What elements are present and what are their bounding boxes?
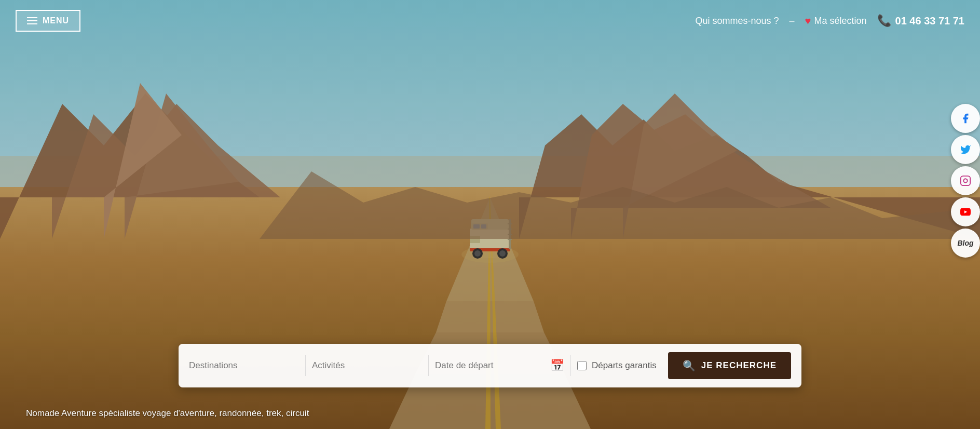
- tagline: Nomade Aventure spécialiste voyage d'ave…: [26, 408, 309, 419]
- instagram-button[interactable]: [951, 166, 980, 195]
- menu-label: MENU: [43, 16, 69, 25]
- social-sidebar: Blog: [951, 104, 980, 258]
- twitter-button[interactable]: [951, 135, 980, 164]
- date-input[interactable]: [435, 356, 545, 375]
- blog-button[interactable]: Blog: [951, 229, 980, 258]
- menu-button[interactable]: MENU: [16, 10, 80, 32]
- departs-garantis-checkbox[interactable]: [577, 361, 587, 370]
- header-nav: Qui sommes-nous ? – ♥ Ma sélection 📞 01 …: [696, 14, 964, 28]
- field-divider-1: [305, 355, 306, 376]
- youtube-button[interactable]: [951, 197, 980, 226]
- calendar-icon[interactable]: 📅: [550, 359, 564, 372]
- departs-garantis-label[interactable]: Départs garantis: [592, 360, 657, 371]
- heart-icon: ♥: [805, 15, 811, 27]
- departs-garantis-wrapper: Départs garantis: [577, 360, 662, 371]
- search-button[interactable]: 🔍 JE RECHERCHE: [668, 352, 791, 379]
- field-divider-3: [570, 355, 571, 376]
- activites-input[interactable]: [312, 356, 422, 375]
- phone-icon: 📞: [877, 14, 891, 28]
- blog-label: Blog: [957, 239, 973, 247]
- facebook-button[interactable]: [951, 104, 980, 133]
- svg-rect-36: [961, 176, 970, 185]
- header: MENU Qui sommes-nous ? – ♥ Ma sélection …: [0, 0, 980, 42]
- phone-number: 01 46 33 71 71: [895, 15, 964, 27]
- search-button-label: JE RECHERCHE: [701, 360, 777, 371]
- destinations-input[interactable]: [189, 356, 299, 375]
- ma-selection-link[interactable]: ♥ Ma sélection: [805, 15, 867, 27]
- hamburger-icon: [27, 17, 37, 24]
- ma-selection-label: Ma sélection: [814, 16, 866, 26]
- phone-section: 📞 01 46 33 71 71: [877, 14, 964, 28]
- nav-separator: –: [790, 16, 795, 26]
- qui-sommes-nous-link[interactable]: Qui sommes-nous ?: [696, 16, 779, 26]
- field-divider-2: [428, 355, 429, 376]
- search-bar: 📅 Départs garantis 🔍 JE RECHERCHE: [179, 344, 801, 387]
- search-icon: 🔍: [683, 359, 696, 372]
- date-field-wrapper: 📅: [435, 356, 564, 375]
